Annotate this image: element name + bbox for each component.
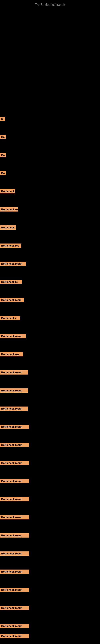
bottleneck-result-label: Bottleneck result [0, 370, 28, 374]
bottleneck-result-label: Bottleneck result [0, 479, 29, 483]
bottleneck-result-label: Bottleneck result [0, 552, 29, 556]
bottleneck-result-label: Bottleneck result [0, 334, 26, 338]
site-title: TheBottlenecker.com [0, 1, 100, 9]
bottleneck-result-label: Bottleneck result [0, 533, 29, 538]
bottleneck-result-label: Bottleneck res [0, 352, 23, 356]
bottleneck-result-label: Bottleneck result [0, 606, 29, 610]
bottleneck-result-label: Bottleneck re [0, 280, 22, 284]
bottleneck-result-label: Bottleneck r [0, 316, 20, 320]
bottleneck-result-label: Bottleneck result [0, 406, 28, 411]
bottleneck-result-label: Bottleneck result [0, 588, 29, 592]
bottleneck-result-label: Bottleneck [0, 226, 16, 230]
bottleneck-result-label: Bottleneck result [0, 624, 29, 628]
bottleneck-result-label: Bottleneck result [0, 515, 29, 520]
bottleneck-result-label: Bottleneck result [0, 262, 26, 266]
bottleneck-result-label: Bottleneck result [0, 497, 29, 501]
bottleneck-result-label: Bottleneck result [0, 461, 29, 465]
bottleneck-result-label: Bo [0, 171, 6, 175]
bottleneck-result-label: Bottleneck result [0, 443, 29, 447]
bottleneck-result-label: B [0, 117, 5, 121]
bottleneck-result-label: Bottleneck result [0, 634, 29, 638]
bottleneck-result-label: Bottleneck result [0, 388, 28, 393]
bottleneck-result-label: Bottleneck result [0, 425, 29, 429]
bottleneck-result-label: Bottleneck re [0, 207, 18, 212]
bottleneck-result-label: Bottleneck res [0, 244, 21, 248]
bottleneck-result-label: Bo [0, 135, 6, 139]
bottleneck-result-label: Bottleneck resul [0, 298, 24, 302]
bottleneck-result-label: Bottleneck r [0, 189, 15, 194]
bottleneck-result-label: Bottleneck result [0, 570, 29, 574]
bottleneck-result-label: Bo [0, 153, 6, 157]
